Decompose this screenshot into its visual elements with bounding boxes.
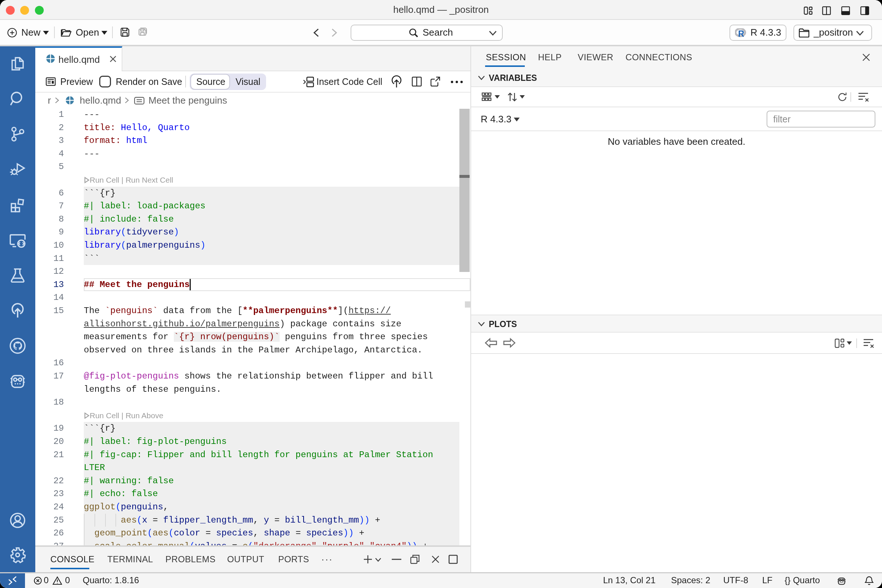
svg-text:R: R [738,29,744,38]
